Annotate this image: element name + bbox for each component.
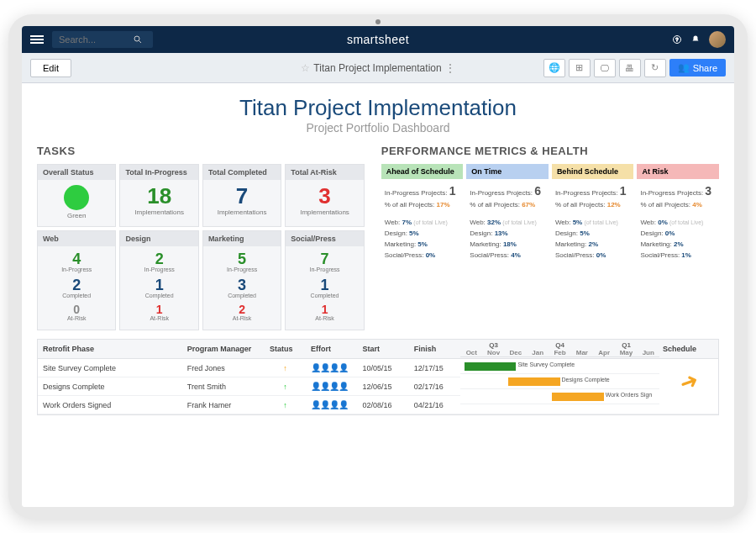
atrisk-number: 1 (292, 303, 356, 315)
brand-logo: smartsheet (347, 33, 409, 46)
inprog-label: In-Progress (45, 266, 108, 272)
cell-status: ↑ (265, 396, 306, 414)
metric-breakdown: Marketing: 18% (470, 240, 545, 248)
task-card-header: Total In-Progress (120, 165, 197, 180)
gantt-month: Dec (505, 349, 527, 356)
gantt-bar-label: Site Survey Complete (517, 361, 575, 367)
bell-icon[interactable] (690, 34, 701, 45)
metric-inprog: In-Progress Projects: 1 (555, 184, 631, 198)
cell-effort: 👤👤👤👤 (306, 377, 357, 396)
metric-breakdown: Design: 0% (640, 230, 716, 237)
task-big-number: 18 (127, 185, 191, 207)
schedule-arrow-icon: ➜ (675, 367, 701, 398)
search-box[interactable] (52, 31, 153, 48)
print-icon[interactable]: 🖶 (619, 59, 641, 77)
menu-icon[interactable] (30, 35, 44, 44)
cell-pm: Trent Smith (182, 377, 265, 396)
gantt-month: Nov (482, 349, 504, 356)
inprog-label: In-Progress (210, 266, 274, 272)
atrisk-label: At-Risk (210, 315, 274, 321)
gantt-bar-label: Work Orders Sign (606, 392, 653, 398)
metrics-heading: PERFORMANCE METRICS & HEALTH (381, 145, 719, 157)
edit-button[interactable]: Edit (30, 59, 71, 77)
cell-finish: 02/17/16 (409, 377, 460, 396)
gantt-month: Apr (593, 349, 615, 356)
metric-breakdown: Web: 32% (of total Live) (470, 219, 545, 226)
th-pm: Program Manager (182, 340, 265, 359)
cell-finish: 12/17/15 (409, 359, 460, 377)
metric-inprog: In-Progress Projects: 6 (470, 184, 545, 198)
task-card-header: Overall Status (38, 165, 115, 180)
completed-label: Completed (292, 293, 356, 298)
task-card: Total At-Risk3Implementations (285, 164, 364, 227)
task-card-header: Design (120, 231, 197, 246)
completed-number: 3 (210, 277, 274, 293)
metric-breakdown: Marketing: 2% (555, 240, 631, 248)
completed-label: Completed (45, 293, 108, 298)
cell-phase: Site Survey Complete (38, 359, 182, 377)
th-finish: Finish (409, 340, 460, 359)
cell-start: 12/06/15 (357, 377, 408, 396)
task-card-header: Social/Press (286, 231, 363, 246)
metric-header: At Risk (637, 164, 719, 179)
inprog-label: In-Progress (292, 266, 356, 272)
metric-inprog: In-Progress Projects: 3 (640, 184, 716, 198)
graph-icon[interactable]: ⊞ (569, 59, 591, 77)
gantt-quarter: Q3 (460, 341, 527, 349)
atrisk-number: 0 (45, 303, 108, 315)
cell-pm: Fred Jones (182, 359, 265, 377)
task-card: Total In-Progress18Implementations (119, 164, 198, 227)
cell-effort: 👤👤👤👤 (306, 396, 357, 414)
metric-header: On Time (466, 164, 549, 179)
help-icon[interactable]: ? (672, 34, 682, 45)
gantt-bar (465, 362, 517, 371)
metric-breakdown: Social/Press: 0% (555, 251, 631, 259)
metric-breakdown: Design: 5% (385, 230, 460, 237)
sheet-name: ☆ Titan Project Implementation ⋮ (301, 62, 454, 74)
completed-number: 1 (292, 277, 356, 293)
gantt-quarter: Q1 (593, 341, 659, 349)
tasks-heading: TASKS (37, 145, 365, 157)
display-icon[interactable]: 🖵 (594, 59, 616, 77)
task-sub-label: Implementations (210, 208, 274, 216)
inprog-number: 7 (292, 251, 356, 266)
metric-breakdown: Web: 7% (of total Live) (385, 219, 460, 226)
task-card-header: Total Completed (203, 165, 281, 180)
task-card: Design 2 In-Progress 1 Completed 1 At-Ri… (119, 230, 198, 330)
atrisk-label: At-Risk (292, 315, 356, 321)
task-sub-label: Green (45, 212, 108, 219)
globe-icon[interactable]: 🌐 (543, 59, 565, 77)
metric-column: At RiskIn-Progress Projects: 3 % of all … (637, 164, 719, 267)
cell-effort: 👤👤👤👤 (306, 359, 357, 377)
page-title: Titan Project Implementation (37, 95, 719, 121)
atrisk-number: 2 (210, 303, 274, 315)
task-sub-label: Implementations (292, 208, 356, 216)
metric-breakdown: Social/Press: 1% (640, 251, 716, 259)
search-input[interactable] (59, 34, 126, 45)
table-row[interactable]: Site Survey Complete Fred Jones ↑ 👤👤👤👤 1… (38, 359, 718, 377)
task-sub-label: Implementations (127, 208, 191, 216)
metric-pctall: % of all Projects: 67% (470, 201, 545, 208)
metric-breakdown: Social/Press: 4% (470, 251, 545, 259)
completed-number: 2 (45, 277, 108, 293)
refresh-icon[interactable]: ↻ (644, 59, 666, 77)
gantt-month: Feb (549, 349, 570, 356)
gantt-month: Mar (571, 349, 593, 356)
metric-header: Ahead of Schedule (381, 164, 464, 179)
gantt-quarter: Q4 (527, 341, 593, 349)
search-icon (133, 34, 143, 45)
cell-start: 10/05/15 (357, 359, 408, 377)
metric-breakdown: Web: 5% (of total Live) (555, 219, 631, 226)
metric-column: Ahead of ScheduleIn-Progress Projects: 1… (381, 164, 464, 267)
th-phase: Retrofit Phase (38, 340, 182, 359)
svg-text:?: ? (675, 37, 679, 42)
th-status: Status (265, 340, 306, 359)
share-button[interactable]: 👥Share (669, 59, 726, 77)
avatar[interactable] (709, 31, 726, 48)
task-big-number: 3 (292, 185, 356, 207)
metric-breakdown: Web: 0% (of total Live) (640, 219, 716, 226)
metric-breakdown: Marketing: 5% (385, 240, 460, 248)
gantt-bar (508, 377, 560, 386)
metric-breakdown: Marketing: 2% (640, 240, 716, 248)
cell-status: ↑ (265, 359, 306, 377)
